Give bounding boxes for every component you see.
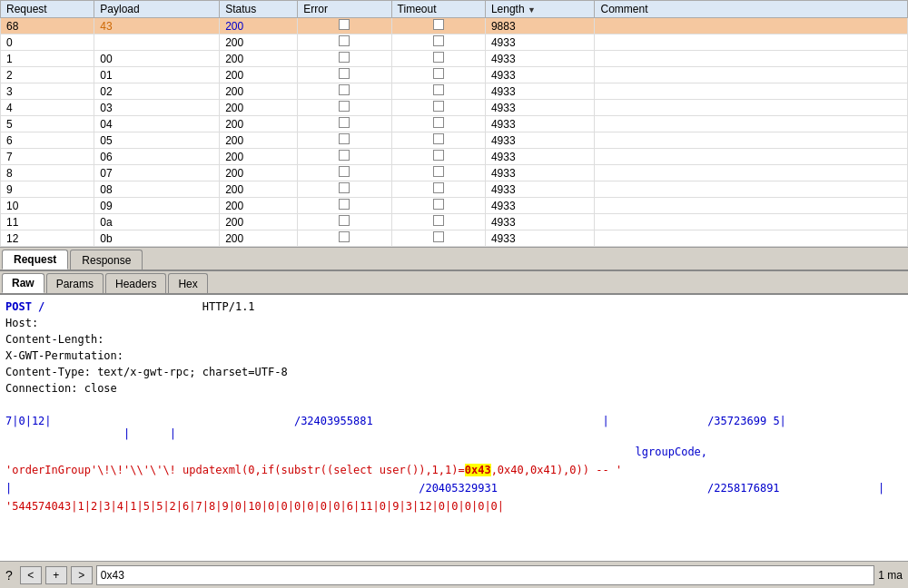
payload-spaces-4 [5, 427, 117, 440]
cell-request: 5 [1, 116, 94, 132]
payload-num-5: /2258176891 [707, 482, 779, 495]
table-row[interactable]: 68432009883 [1, 18, 908, 34]
col-header-error[interactable]: Error [298, 1, 391, 18]
cell-error [298, 83, 391, 100]
sub-tab-raw[interactable]: Raw [2, 273, 44, 293]
error-checkbox-icon[interactable] [339, 133, 350, 144]
cell-request: 11 [1, 214, 94, 230]
cell-payload: 01 [94, 67, 220, 83]
timeout-checkbox-icon[interactable] [433, 199, 444, 210]
timeout-checkbox-icon[interactable] [433, 84, 444, 95]
table-row[interactable]: 120b2004933 [1, 230, 908, 247]
cell-length: 4933 [485, 165, 595, 181]
table-row[interactable]: 7062004933 [1, 149, 908, 165]
error-checkbox-icon[interactable] [339, 101, 350, 112]
col-header-payload[interactable]: Payload [94, 1, 220, 18]
error-checkbox-icon[interactable] [339, 166, 350, 177]
timeout-checkbox-icon[interactable] [433, 101, 444, 112]
search-input[interactable] [96, 565, 875, 585]
timeout-checkbox-icon[interactable] [433, 35, 444, 46]
col-length-label: Length [491, 3, 525, 15]
timeout-checkbox-icon[interactable] [433, 166, 444, 177]
timeout-checkbox-icon[interactable] [433, 68, 444, 79]
tab-request[interactable]: Request [2, 250, 68, 270]
bottom-panel: Request Response Raw Params Headers Hex … [0, 248, 908, 588]
error-checkbox-icon[interactable] [339, 199, 350, 210]
payload-num-2: /35723699 5| [707, 415, 786, 427]
tab-response[interactable]: Response [70, 250, 143, 270]
payload-end-1: | [123, 427, 130, 440]
sub-tab-params[interactable]: Params [46, 273, 104, 293]
help-icon[interactable]: ? [5, 568, 13, 583]
cell-payload: 05 [94, 132, 220, 149]
table-row[interactable]: 6052004933 [1, 132, 908, 149]
error-checkbox-icon[interactable] [339, 84, 350, 95]
table-row[interactable]: 10092004933 [1, 198, 908, 214]
timeout-checkbox-icon[interactable] [433, 215, 444, 226]
table-row[interactable]: 2012004933 [1, 67, 908, 83]
col-header-comment[interactable]: Comment [595, 1, 908, 18]
timeout-checkbox-icon[interactable] [433, 19, 444, 30]
error-checkbox-icon[interactable] [339, 35, 350, 46]
cell-timeout [391, 181, 485, 198]
payload-line-group-code: lgroupCode, [5, 446, 903, 458]
timeout-checkbox-icon[interactable] [433, 182, 444, 193]
table-row[interactable]: 5042004933 [1, 116, 908, 132]
table-row[interactable]: 1002004933 [1, 51, 908, 67]
http-content-type-line: Content-Type: text/x-gwt-rpc; charset=UT… [5, 364, 903, 380]
error-checkbox-icon[interactable] [339, 117, 350, 128]
cell-error [298, 18, 391, 34]
table-row[interactable]: 3022004933 [1, 83, 908, 100]
http-host-line: Host: [5, 315, 903, 331]
col-header-timeout[interactable]: Timeout [391, 1, 485, 18]
timeout-checkbox-icon[interactable] [433, 117, 444, 128]
col-header-length[interactable]: Length ▼ [485, 1, 595, 18]
cell-comment [595, 198, 908, 214]
table-row[interactable]: 110a2004933 [1, 214, 908, 230]
error-checkbox-icon[interactable] [339, 231, 350, 242]
cell-request: 6 [1, 132, 94, 149]
table-row[interactable]: 4032004933 [1, 100, 908, 116]
cell-error [298, 132, 391, 149]
payload-line-2: 'orderInGroup'\!\!'\\'\'\! updatexml(0,i… [5, 464, 903, 476]
col-header-status[interactable]: Status [220, 1, 298, 18]
timeout-checkbox-icon[interactable] [433, 150, 444, 161]
cell-comment [595, 132, 908, 149]
payload-spaces-3 [616, 415, 701, 427]
add-button[interactable]: + [45, 566, 67, 584]
cell-length: 4933 [485, 51, 595, 67]
payload-blue-1: 7|0|12| [5, 415, 52, 427]
cell-status: 200 [220, 18, 298, 34]
table-row[interactable]: 9082004933 [1, 181, 908, 198]
error-checkbox-icon[interactable] [339, 150, 350, 161]
table-row[interactable]: 8072004933 [1, 165, 908, 181]
error-checkbox-icon[interactable] [339, 52, 350, 63]
table-row[interactable]: 02004933 [1, 34, 908, 51]
payload-num-1: /32403955881 [294, 415, 373, 427]
cell-length: 4933 [485, 214, 595, 230]
next-button[interactable]: > [71, 566, 93, 584]
error-checkbox-icon[interactable] [339, 19, 350, 30]
error-checkbox-icon[interactable] [339, 68, 350, 79]
payload-spaces-2 [380, 415, 596, 427]
sub-tab-hex[interactable]: Hex [168, 273, 207, 293]
error-checkbox-icon[interactable] [339, 182, 350, 193]
cell-status: 200 [220, 67, 298, 83]
cell-comment [595, 100, 908, 116]
payload-blue-3: | [5, 482, 12, 495]
sub-tab-headers[interactable]: Headers [105, 273, 166, 293]
cell-length: 4933 [485, 116, 595, 132]
cell-length: 4933 [485, 149, 595, 165]
timeout-checkbox-icon[interactable] [433, 52, 444, 63]
prev-button[interactable]: < [20, 566, 42, 584]
timeout-checkbox-icon[interactable] [433, 133, 444, 144]
error-checkbox-icon[interactable] [339, 215, 350, 226]
cell-payload: 06 [94, 149, 220, 165]
cell-status: 200 [220, 181, 298, 198]
cell-timeout [391, 116, 485, 132]
timeout-checkbox-icon[interactable] [433, 231, 444, 242]
payload-spaces-5 [137, 427, 163, 440]
cell-error [298, 116, 391, 132]
cell-length: 4933 [485, 34, 595, 51]
col-header-request[interactable]: Request [1, 1, 94, 18]
